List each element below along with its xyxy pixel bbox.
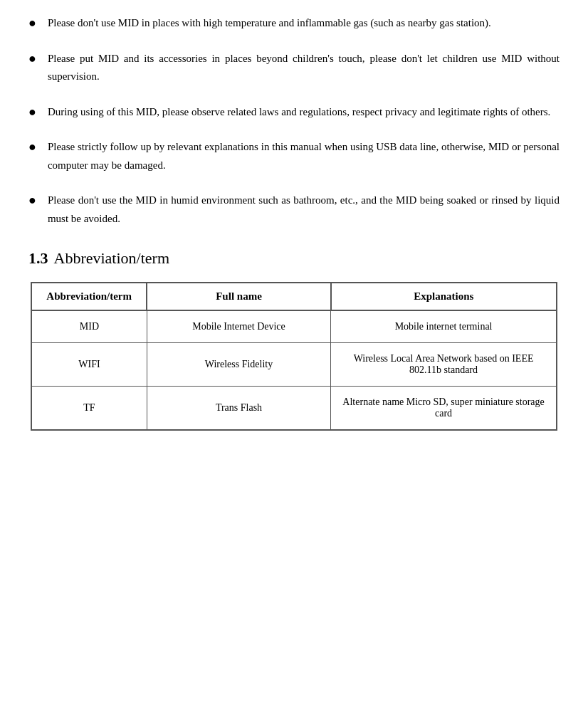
bullet-dot-3: ●	[28, 105, 36, 120]
header-fullname: Full name	[147, 283, 330, 310]
bullet-text-5: Please don't use the MID in humid enviro…	[48, 191, 560, 228]
table-row-2: TFTrans FlashAlternate name Micro SD, su…	[31, 387, 557, 431]
bullet-text-3: During using of this MID, please observe…	[48, 103, 560, 122]
bullet-list: ● Please don't use MID in places with hi…	[28, 14, 560, 228]
bullet-dot-4: ●	[28, 140, 36, 154]
bullet-item-5: ● Please don't use the MID in humid envi…	[28, 191, 560, 228]
bullet-text-2: Please put MID and its accessories in pl…	[48, 50, 560, 86]
bullet-dot-1: ●	[28, 16, 36, 31]
table-row-1: WIFIWireless FidelityWireless Local Area…	[31, 343, 557, 387]
abbreviation-table: Abbreviation/term Full name Explanations…	[31, 282, 557, 431]
cell-abbr-0: MID	[31, 310, 147, 343]
bullet-item-4: ● Please strictly follow up by relevant …	[28, 138, 560, 174]
table-row-0: MIDMobile Internet DeviceMobile internet…	[31, 310, 557, 343]
cell-abbr-1: WIFI	[31, 343, 147, 387]
abbreviation-table-container: Abbreviation/term Full name Explanations…	[31, 282, 557, 431]
bullet-text-4: Please strictly follow up by relevant ex…	[48, 138, 560, 174]
header-abbr: Abbreviation/term	[31, 283, 147, 310]
cell-abbr-2: TF	[31, 387, 147, 431]
section-heading: 1.3 Abbreviation/term	[28, 249, 560, 268]
bullet-dot-2: ●	[28, 51, 36, 66]
section-number: 1.3	[28, 249, 48, 268]
table-header-row: Abbreviation/term Full name Explanations	[31, 283, 557, 310]
bullet-item-2: ● Please put MID and its accessories in …	[28, 50, 560, 86]
cell-explanation-2: Alternate name Micro SD, super miniature…	[331, 387, 557, 431]
cell-fullname-0: Mobile Internet Device	[147, 310, 330, 343]
bullet-text-1: Please don't use MID in places with high…	[48, 14, 560, 33]
section-title: Abbreviation/term	[54, 249, 170, 268]
cell-explanation-0: Mobile internet terminal	[331, 310, 557, 343]
header-explanations: Explanations	[331, 283, 557, 310]
bullet-item-3: ● During using of this MID, please obser…	[28, 103, 560, 122]
cell-fullname-2: Trans Flash	[147, 387, 330, 431]
bullet-dot-5: ●	[28, 193, 36, 208]
cell-fullname-1: Wireless Fidelity	[147, 343, 330, 387]
bullet-item-1: ● Please don't use MID in places with hi…	[28, 14, 560, 33]
cell-explanation-1: Wireless Local Area Network based on IEE…	[331, 343, 557, 387]
